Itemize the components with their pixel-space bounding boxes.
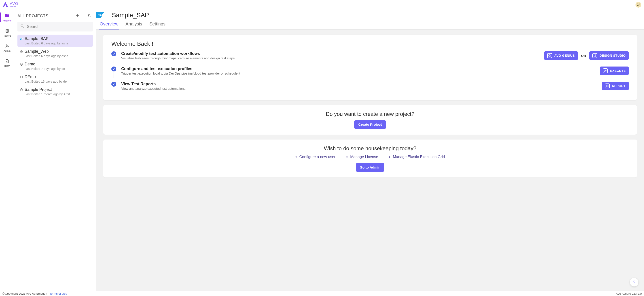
welcome-step: Create/modify test automation workflowsV… xyxy=(111,51,629,62)
svg-point-5 xyxy=(6,45,7,46)
svg-point-12 xyxy=(21,24,23,27)
project-name: Sample_Web xyxy=(24,49,49,54)
terms-link[interactable]: Terms of Use xyxy=(50,292,67,295)
clipboard-icon xyxy=(4,28,10,33)
project-sub: Last Edited 6 days ago by asha xyxy=(24,54,90,58)
housekeeping-title: Wish to do some housekeeping today? xyxy=(111,145,629,151)
sort-projects-button[interactable] xyxy=(86,13,92,19)
rail-itdm[interactable]: ITDM xyxy=(0,58,14,68)
execute-button[interactable]: EXECUTE xyxy=(600,67,629,75)
go-to-admin-button[interactable]: Go to Admin xyxy=(356,163,384,172)
sap-icon: SAP xyxy=(20,37,23,41)
user-gear-icon xyxy=(4,43,10,49)
svg-point-6 xyxy=(8,46,8,47)
tab-analysis[interactable]: Analysis xyxy=(125,20,142,29)
rail-reports[interactable]: Reports xyxy=(0,28,14,37)
help-button[interactable]: ? xyxy=(630,278,639,287)
footer-copyright: Copyright 2023 Avo Automation - xyxy=(5,292,49,295)
search-input[interactable] xyxy=(27,24,90,29)
brand-name: AVO xyxy=(10,2,18,5)
project-name: DEmo xyxy=(24,75,36,79)
svg-point-27 xyxy=(549,55,550,56)
welcome-card: Welcome Back ! Create/modify test automa… xyxy=(103,35,637,100)
check-icon xyxy=(111,67,116,71)
tab-settings[interactable]: Settings xyxy=(149,20,166,29)
step-actions: AVO GENIUSORDESIGN STUDIO xyxy=(544,51,629,60)
create-project-button[interactable]: Create Project xyxy=(354,120,386,129)
check-icon xyxy=(111,82,116,87)
svg-point-26 xyxy=(548,54,550,56)
globe-icon xyxy=(20,75,23,79)
project-item[interactable]: Sample ProjectLast Edited 1 month ago by… xyxy=(18,86,93,98)
svg-marker-37 xyxy=(605,70,606,71)
create-project-card: Do you want to create a new project? Cre… xyxy=(103,105,637,135)
project-name: Sample_SAP xyxy=(24,36,48,41)
tab-overview[interactable]: Overview xyxy=(99,20,119,29)
footer-version: Avo Assure v23.2.0 xyxy=(616,292,642,295)
svg-point-30 xyxy=(594,56,594,56)
svg-point-28 xyxy=(594,55,594,55)
project-item[interactable]: Sample_WebLast Edited 6 days ago by asha xyxy=(18,47,93,60)
design-studio-button[interactable]: DESIGN STUDIO xyxy=(589,51,629,60)
button-icon xyxy=(603,68,608,73)
sap-logo-icon: SAP xyxy=(96,12,109,18)
projects-panel: ALL PROJECTS SAPSample_SAPLast Edited 6 … xyxy=(14,9,96,291)
button-label: REPORT xyxy=(612,84,626,88)
or-separator: OR xyxy=(581,54,586,58)
button-icon xyxy=(547,53,552,58)
project-sub: Last Edited 7 days ago by de xyxy=(24,67,90,71)
project-sub: Last Edited 13 days ago by de xyxy=(24,80,90,83)
housekeeping-link[interactable]: Manage License xyxy=(346,155,378,159)
step-title: View Test Reports xyxy=(121,82,597,86)
projects-search[interactable] xyxy=(18,22,93,31)
project-item[interactable]: SAPSample_SAPLast Edited 6 days ago by a… xyxy=(18,35,93,47)
housekeeping-card: Wish to do some housekeeping today? Conf… xyxy=(103,140,637,177)
create-project-title: Do you want to create a new project? xyxy=(111,111,629,117)
rail-label: Reports xyxy=(3,34,12,37)
welcome-step: View Test ReportsView and analyze execut… xyxy=(111,82,629,90)
housekeeping-link[interactable]: Configure a new user xyxy=(296,155,336,159)
brand-logo[interactable]: AVO Assure xyxy=(2,1,18,8)
project-item[interactable]: DemoLast Edited 7 days ago by de xyxy=(18,60,93,72)
step-title: Configure and test execution profiles xyxy=(121,67,595,71)
svg-point-29 xyxy=(595,55,596,55)
housekeeping-links: Configure a new userManage LicenseManage… xyxy=(111,155,629,159)
button-label: AVO GENIUS xyxy=(554,54,575,57)
project-name: Demo xyxy=(24,62,35,67)
rail-projects[interactable]: Projects xyxy=(0,12,14,22)
svg-point-31 xyxy=(595,56,596,56)
project-item[interactable]: DEmoLast Edited 13 days ago by de xyxy=(18,73,93,85)
rail-label: ITDM xyxy=(4,65,10,67)
housekeeping-link[interactable]: Manage Elastic Execution Grid xyxy=(389,155,445,159)
document-chart-icon xyxy=(4,58,10,64)
button-label: DESIGN STUDIO xyxy=(600,54,626,57)
logo-mark-icon xyxy=(2,1,9,8)
project-title: Sample_SAP xyxy=(112,12,149,19)
welcome-title: Welcome Back ! xyxy=(111,40,629,47)
content-tabs: OverviewAnalysisSettings xyxy=(96,20,644,30)
step-desc: Trigger test execution locally, via DevO… xyxy=(121,72,595,75)
add-project-button[interactable] xyxy=(74,12,81,19)
svg-line-13 xyxy=(23,27,24,28)
project-list: SAPSample_SAPLast Edited 6 days ago by a… xyxy=(18,35,93,98)
check-icon xyxy=(111,51,116,56)
project-sub: Last Edited 6 days ago by asha xyxy=(24,41,90,45)
brand-sub: Assure xyxy=(10,6,18,7)
avo-genius-button[interactable]: AVO GENIUS xyxy=(544,51,578,60)
step-actions: EXECUTE xyxy=(600,67,629,75)
button-label: EXECUTE xyxy=(610,69,626,73)
globe-icon xyxy=(20,88,23,92)
project-name: Sample Project xyxy=(24,87,52,92)
copyright-icon: © xyxy=(2,292,4,295)
button-icon xyxy=(592,53,597,58)
globe-icon xyxy=(20,62,23,66)
step-desc: View and analyze executed test automatio… xyxy=(121,87,597,90)
rail-admin[interactable]: Admin xyxy=(0,43,14,53)
projects-panel-title: ALL PROJECTS xyxy=(18,14,48,18)
side-rail: Projects Reports Admin ITDM xyxy=(0,9,14,291)
report-button[interactable]: REPORT xyxy=(602,82,629,90)
user-avatar[interactable]: DA xyxy=(636,2,641,7)
step-desc: Visualize testcases through mindmaps, ca… xyxy=(121,56,539,60)
search-icon xyxy=(20,24,24,29)
rail-label: Admin xyxy=(4,50,10,52)
